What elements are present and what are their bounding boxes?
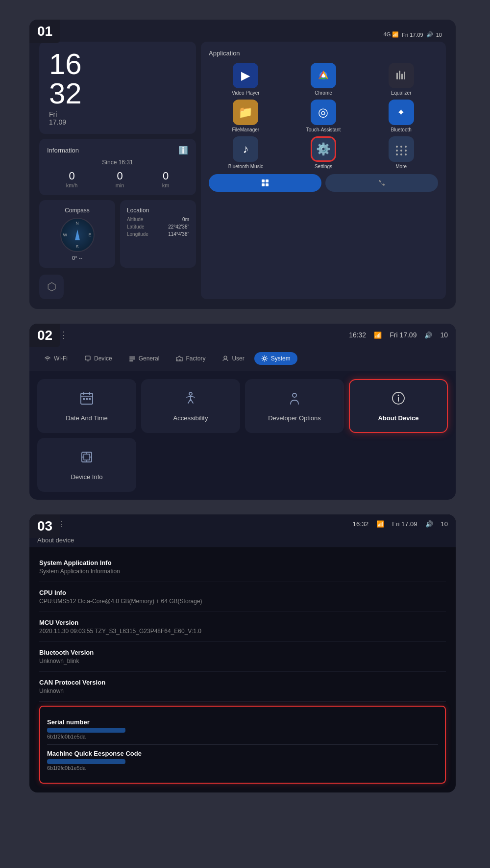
about-can-version: CAN Protocol Version Unknown [39, 672, 446, 702]
tab-wifi[interactable]: Wi-Fi [37, 352, 74, 365]
app-btmusic-icon: ♪ [233, 136, 258, 162]
qr-code-text: 6b1f2fc0b1e5da [47, 765, 438, 771]
tab-general[interactable]: General [122, 352, 167, 365]
signal-icon-03: 📶 [376, 520, 384, 528]
app-settings[interactable]: ⚙️ Settings [287, 136, 361, 169]
panel-03-daytime: Fri 17.09 [392, 520, 417, 528]
settings-device-info[interactable]: Device Info [37, 438, 136, 492]
app-filemanager[interactable]: 📁 FileManager [209, 100, 283, 132]
svg-rect-34 [86, 398, 88, 400]
tab-device[interactable]: Device [77, 352, 119, 365]
svg-rect-23 [129, 360, 133, 361]
volume-level-01: 10 [436, 32, 442, 38]
location-longitude: Longitude 114°4'38" [127, 231, 189, 237]
developer-options-icon [287, 390, 302, 409]
settings-developer-options[interactable]: Developer Options [245, 379, 344, 433]
app-bluetooth-icon: ✦ [389, 100, 414, 125]
app-btmusic-label: Bluetooth Music [228, 164, 263, 169]
tab-user[interactable]: User [215, 352, 251, 365]
volume-icon-02: 🔊 [424, 332, 432, 339]
volume-icon-03: 🔊 [425, 520, 433, 528]
settings-accessibility-label: Accessibility [173, 414, 208, 422]
stat-kmh: 0 km/h [66, 170, 78, 188]
svg-rect-2 [396, 73, 398, 79]
call-btn[interactable] [325, 174, 438, 192]
menu-icon[interactable]: ⋮ [59, 330, 68, 340]
info-since: Since 16:31 [47, 159, 188, 166]
compass-s: S [75, 244, 78, 249]
svg-rect-42 [84, 454, 90, 460]
app-equalizer[interactable]: Equalizer [364, 63, 438, 96]
about-qr-code: Machine Quick Eesponse Code 6b1f2fc0b1e5… [47, 745, 438, 778]
app-grid-panel: Application ▶ Video Player [201, 42, 446, 299]
settings-accessibility[interactable]: Accessibility [141, 379, 240, 433]
svg-rect-15 [262, 179, 265, 182]
svg-point-6 [396, 146, 398, 148]
compass-e: E [88, 232, 91, 237]
serial-number-text: 6b1f2fc0b1e5da [47, 734, 438, 740]
tab-system[interactable]: System [254, 352, 297, 365]
about-device-list: System Application Info System Applicati… [29, 547, 456, 792]
svg-point-36 [189, 392, 192, 395]
compass-widget: Compass N S W E 0° -- [39, 200, 115, 268]
ar-button[interactable]: ⬡ [39, 275, 64, 299]
svg-point-10 [400, 150, 402, 152]
highlighted-group: Serial number 6b1f2fc0b1e5da Machine Qui… [39, 706, 446, 784]
panel-03: 03 ◁ □ ⋮ 16:32 📶 Fri 17.09 🔊 10 About de… [29, 514, 456, 792]
panel-01-left: 16 32 Fri 17.09 Information ℹ️ Since 16:… [39, 42, 196, 299]
panel-02: 02 ◁ □ ⋮ 16:32 📶 Fri 17.09 🔊 10 Wi-Fi De… [29, 324, 456, 500]
app-video-player[interactable]: ▶ Video Player [209, 63, 283, 96]
step-label-02: 02 [29, 324, 60, 347]
app-video-icon: ▶ [233, 63, 258, 88]
app-bottom-bar [209, 174, 438, 192]
compass-degree: 0° -- [72, 255, 82, 261]
settings-date-time[interactable]: Date And Time [37, 379, 136, 433]
svg-rect-19 [85, 356, 90, 360]
info-title: Information [47, 147, 79, 154]
svg-point-8 [405, 146, 407, 148]
svg-point-9 [396, 150, 398, 152]
app-grid: ▶ Video Player Chrome [209, 63, 438, 169]
settings-developer-options-label: Developer Options [268, 414, 321, 422]
home-btn[interactable] [209, 174, 321, 192]
app-chrome[interactable]: Chrome [287, 63, 361, 96]
status-time-01: Fri 17.09 [402, 32, 423, 38]
app-chrome-icon [311, 63, 336, 88]
settings-date-time-label: Date And Time [66, 414, 107, 422]
serial-value-row [47, 728, 438, 733]
qr-value-row [47, 759, 438, 764]
app-more-label: More [395, 164, 407, 169]
tab-factory[interactable]: Factory [169, 352, 212, 365]
clock-minute: 32 [49, 79, 186, 108]
about-sys-app-info: System Application Info System Applicati… [39, 552, 446, 582]
date-time-icon [79, 390, 95, 409]
svg-point-7 [400, 146, 402, 148]
panel-03-header: ◁ □ ⋮ 16:32 📶 Fri 17.09 🔊 10 [29, 514, 456, 534]
app-filemanager-icon: 📁 [233, 100, 258, 125]
app-touch-assistant[interactable]: ◎ Touch-Assistant [287, 100, 361, 132]
app-settings-icon: ⚙️ [311, 136, 336, 162]
app-section-title: Application [209, 50, 438, 57]
app-bluetooth[interactable]: ✦ Bluetooth [364, 100, 438, 132]
signal-icon: 4G 📶 [384, 31, 399, 38]
app-more[interactable]: More [364, 136, 438, 169]
compass-w: W [63, 232, 68, 237]
svg-rect-16 [266, 179, 269, 182]
location-title: Location [127, 207, 189, 214]
app-bluetooth-label: Bluetooth [391, 127, 412, 132]
compass-needle [75, 230, 80, 240]
clock-widget: 16 32 Fri 17.09 [39, 42, 196, 134]
app-filemanager-label: FileManager [232, 127, 260, 132]
svg-rect-22 [129, 358, 135, 359]
svg-rect-21 [129, 357, 135, 357]
serial-number-title: Serial number [47, 718, 438, 726]
svg-rect-4 [401, 74, 403, 79]
app-bt-music[interactable]: ♪ Bluetooth Music [209, 136, 283, 169]
settings-about-device[interactable]: About Device [349, 379, 448, 433]
app-chrome-label: Chrome [315, 90, 332, 96]
location-widget: Location Altitude 0m Latitude 22°42'38" … [120, 200, 196, 268]
sys-app-info-value: System Application Information [39, 568, 446, 575]
volume-icon: 🔊 [426, 31, 433, 38]
mcu-version-value: 2020.11.30 09:03:55 TZY_S3_L6315_G23P48F… [39, 628, 446, 635]
cpu-info-value: CPU:UMS512 Octa-Core@4.0 GB(Memory) + 64… [39, 598, 446, 605]
